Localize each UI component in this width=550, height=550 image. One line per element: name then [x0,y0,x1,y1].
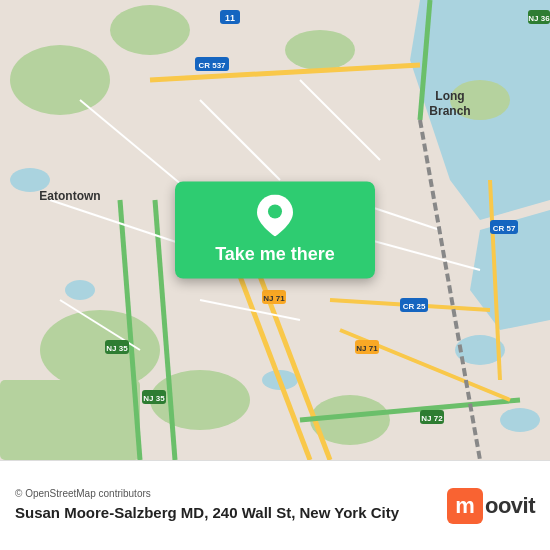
svg-text:Branch: Branch [429,104,470,118]
svg-point-3 [10,45,110,115]
svg-text:Long: Long [435,89,464,103]
place-name: Susan Moore-Salzberg MD, 240 Wall St, Ne… [15,503,437,523]
svg-text:NJ 35: NJ 35 [143,394,165,403]
svg-text:NJ 71: NJ 71 [263,294,285,303]
info-text: © OpenStreetMap contributors Susan Moore… [15,488,437,523]
svg-text:NJ 36: NJ 36 [528,14,550,23]
svg-point-15 [500,408,540,432]
moovit-m-letter: m [447,488,483,524]
location-pin-icon [255,196,295,236]
svg-text:CR 57: CR 57 [493,224,516,233]
svg-text:Eatontown: Eatontown [39,189,100,203]
svg-point-58 [268,205,282,219]
svg-text:CR 25: CR 25 [403,302,426,311]
svg-text:NJ 71: NJ 71 [356,344,378,353]
take-me-there-button[interactable]: Take me there [175,182,375,279]
svg-text:11: 11 [225,13,235,23]
svg-point-5 [285,30,355,70]
svg-point-12 [65,280,95,300]
info-bar: © OpenStreetMap contributors Susan Moore… [0,460,550,550]
moovit-logo: m oovit [447,488,535,524]
svg-rect-10 [0,380,140,460]
map-container: CR 537 11 NJ 36 NJ 35 NJ 35 NJ 71 NJ 71 … [0,0,550,460]
moovit-text: oovit [485,493,535,519]
take-me-there-label: Take me there [215,244,335,265]
svg-text:NJ 72: NJ 72 [421,414,443,423]
svg-text:NJ 35: NJ 35 [106,344,128,353]
map-attribution: © OpenStreetMap contributors [15,488,437,499]
svg-point-4 [110,5,190,55]
svg-text:CR 537: CR 537 [198,61,226,70]
svg-point-7 [40,310,160,390]
